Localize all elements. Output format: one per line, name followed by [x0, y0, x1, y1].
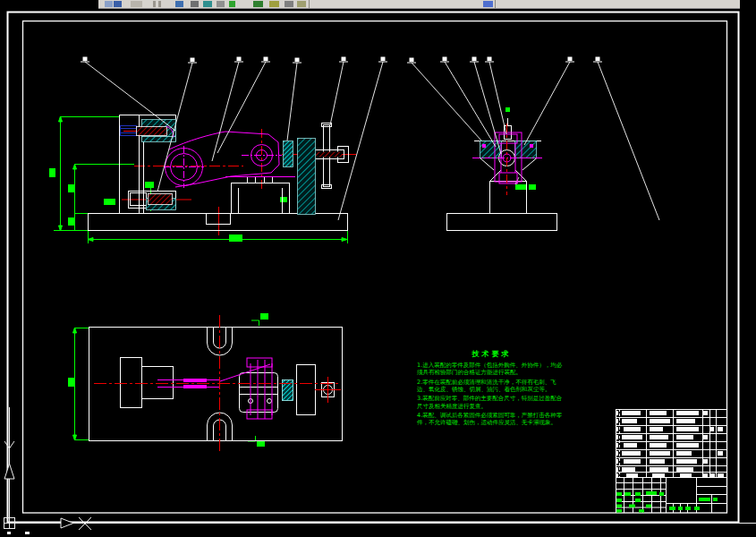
workpiece-rocker-arm[interactable]: [164, 126, 295, 188]
bom-cell-text-blob: [676, 467, 693, 472]
tech-requirements-note[interactable]: 技术要求 1.进入装配的零件及部件（包括外购件、外协件），均必须具有检验部门的合…: [417, 349, 566, 427]
bom-cell-text-blob: [650, 459, 665, 464]
bom-cell-text-blob: [616, 435, 618, 439]
plan-pressure-plate: [283, 380, 293, 401]
zoom-icon[interactable]: [175, 1, 183, 7]
side-view-structure: [447, 118, 557, 231]
bom-cell-text-blob: [616, 451, 618, 456]
bom-cell-text-blob: [676, 443, 699, 448]
plan-view[interactable]: [68, 313, 343, 452]
leader-line: [412, 63, 481, 141]
bom-cell-text-blob: [622, 451, 641, 456]
cad-canvas[interactable]: [0, 0, 756, 537]
bom-cell-text-blob: [650, 419, 670, 423]
balloon-number[interactable]: [237, 57, 242, 62]
balloon-number[interactable]: [596, 57, 600, 62]
balloon-number[interactable]: [191, 58, 195, 63]
tech-requirement-item: 2.零件在装配前必须清理和清洗干净，不得有毛刺、飞边、氧化皮、锈蚀、切屑、油污、…: [417, 379, 566, 394]
balloon-number[interactable]: [410, 58, 414, 63]
title-block-green-text-blob: [616, 492, 622, 496]
leader-line: [85, 62, 175, 131]
fixed-jaw-block: [298, 139, 316, 215]
tool-icon[interactable]: [217, 1, 225, 7]
bom-cell-text-blob: [622, 419, 637, 423]
bom-cell-text-blob: [616, 419, 618, 423]
bom-cell-text-blob: [676, 451, 692, 456]
leader-line: [287, 63, 297, 141]
bom-cell-text-blob: [702, 473, 708, 477]
bom-cell-text-blob: [650, 467, 668, 472]
leader-line: [217, 62, 266, 153]
title-block-green-text-blob: [699, 498, 710, 501]
tech-requirement-item: 4.装配、调试后各紧固件必须紧固可靠，严禁打击各种零件，不允许磕碰、划伤，运动件…: [417, 412, 566, 427]
bom-cell-text-blob: [680, 473, 692, 477]
title-block-green-text-blob: [713, 498, 718, 501]
ucs-icon: [4, 407, 756, 534]
side-view[interactable]: [447, 107, 557, 231]
bom-cell-text-blob: [718, 473, 724, 477]
balloon-number[interactable]: [295, 58, 300, 63]
groove-icon[interactable]: [158, 1, 161, 7]
balloon-number[interactable]: [264, 57, 268, 62]
bom-cell-text-blob: [650, 411, 667, 415]
lineweight-icon[interactable]: [297, 1, 306, 7]
balloon-number[interactable]: [381, 57, 386, 62]
bom-cell-text-blob: [676, 435, 693, 439]
properties-icon[interactable]: [483, 1, 493, 7]
bom-cell-text-blob: [650, 435, 668, 439]
bom-cell-text-blob: [616, 443, 618, 448]
title-block-green-text-blob: [639, 509, 644, 513]
side-base-plate: [447, 214, 557, 231]
tech-requirements-title: 技术要求: [417, 349, 566, 359]
leader-line: [338, 62, 383, 220]
layer-icon[interactable]: [229, 1, 235, 7]
bom-cell-text-blob: [650, 427, 663, 431]
front-view-centerlines: [122, 129, 356, 235]
title-block-green-text-blob: [646, 491, 657, 495]
window-cascade-icon[interactable]: [114, 1, 122, 7]
toolbar-separator: [495, 0, 496, 8]
linetype-icon[interactable]: [285, 1, 293, 7]
balloon-number[interactable]: [443, 57, 447, 62]
bom-cell-text-blob: [676, 419, 695, 423]
balloon-number[interactable]: [83, 57, 88, 62]
tech-requirement-item: 3.装配前应对零、部件的主要配合尺寸，特别是过盈配合尺寸及相关精度进行复查。: [417, 395, 566, 410]
title-block-green-text-blob: [685, 507, 691, 510]
bom-cell-text-blob: [622, 411, 641, 415]
bom-cell-text-blob: [650, 451, 670, 456]
balloon-number[interactable]: [488, 57, 492, 62]
bom-cell-text-blob: [622, 467, 635, 472]
balloon-number[interactable]: [342, 57, 346, 62]
orbit-icon[interactable]: [203, 1, 212, 7]
color-swatch-icon[interactable]: [253, 1, 263, 7]
bom-cell-text-blob: [710, 427, 714, 431]
bom-cell-text-blob: [676, 459, 697, 464]
title-block-green-text-blob: [678, 507, 683, 510]
bom-cell-text-blob: [626, 473, 638, 477]
bom-cell-text-blob: [624, 459, 641, 464]
bom-cell-text-blob: [718, 451, 723, 456]
pressure-plate: [284, 141, 293, 167]
groove-icon[interactable]: [153, 1, 156, 7]
title-block-green-text-blob: [635, 492, 641, 496]
balloon-number[interactable]: [472, 57, 477, 62]
title-block-green-text-blob: [694, 507, 700, 510]
window-tile-icon[interactable]: [105, 1, 113, 7]
bom-cell-text-blob: [616, 473, 618, 477]
base-plate: [89, 214, 348, 231]
pan-icon[interactable]: [191, 1, 199, 7]
bom-cell-text-blob: [703, 459, 708, 464]
front-view[interactable]: [49, 115, 356, 244]
bom-cell-text-blob: [703, 411, 708, 415]
title-block-green-text-blob: [616, 499, 622, 502]
title-block-green-text-blob: [646, 505, 651, 508]
bom-cell-text-blob: [710, 473, 715, 477]
leader-line: [212, 62, 239, 161]
toolbar-strip[interactable]: [98, 0, 740, 9]
title-block-green-text-blob: [669, 507, 675, 510]
printer-icon[interactable]: [131, 1, 142, 7]
bom-cell-text-blob: [703, 435, 708, 439]
color-swatch-icon[interactable]: [269, 1, 279, 7]
balloon-number[interactable]: [568, 57, 573, 62]
plan-view-centerlines: [94, 315, 341, 452]
